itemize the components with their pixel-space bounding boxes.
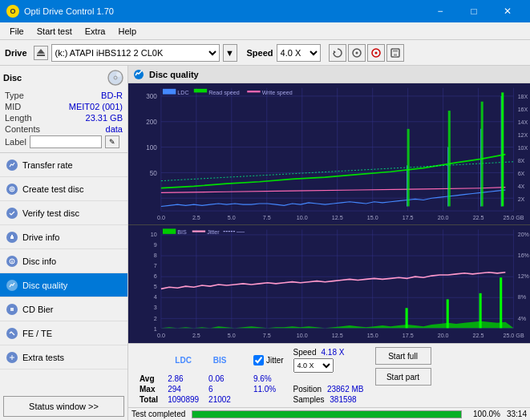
- svg-text:0.0: 0.0: [157, 332, 165, 339]
- drive-icon-save[interactable]: [386, 44, 404, 62]
- svg-text:10X: 10X: [518, 144, 528, 151]
- disc-type-value: BD-R: [101, 91, 123, 100]
- nav-item-transfer-rate[interactable]: Transfer rate: [0, 153, 127, 177]
- samples-label: Samples: [293, 395, 325, 404]
- svg-rect-77: [163, 89, 176, 95]
- svg-text:15.0: 15.0: [367, 332, 378, 339]
- avg-ldc: 2.86: [163, 374, 204, 384]
- title-bar: O Opti Drive Control 1.70 − □ ✕: [0, 0, 530, 22]
- svg-text:4X: 4X: [518, 182, 525, 189]
- svg-rect-130: [447, 300, 449, 329]
- svg-text:22.5: 22.5: [473, 332, 484, 339]
- menu-file[interactable]: File: [3, 25, 30, 38]
- svg-rect-129: [406, 309, 408, 329]
- svg-rect-74: [448, 111, 451, 206]
- nav-label-transfer-rate: Transfer rate: [22, 160, 73, 170]
- nav-item-create-test-disc[interactable]: Create test disc: [0, 177, 127, 201]
- svg-text:3: 3: [154, 304, 157, 311]
- close-button[interactable]: ✕: [492, 0, 524, 22]
- drive-eject-icon[interactable]: [34, 46, 48, 60]
- quality-title: Disc quality: [149, 70, 199, 79]
- svg-text:17.5: 17.5: [403, 214, 414, 221]
- nav-icon-cd-bier: [6, 304, 18, 315]
- stats-table: LDC BIS Jitter Speed 4.18 X: [135, 347, 369, 405]
- svg-text:4%: 4%: [518, 315, 527, 322]
- chart2-container: 10 9 8 7 6 5 4 3 2 1 20% 16% 12% 8% 4%: [128, 225, 530, 343]
- main-layout: Disc Type BD-R MID MEIT02 (001) Length 2…: [0, 66, 530, 420]
- svg-text:16%: 16%: [518, 252, 530, 259]
- start-part-button[interactable]: Start part: [375, 368, 431, 386]
- nav-item-cd-bier[interactable]: CD Bier: [0, 297, 127, 321]
- disc-length-value: 23.31 GB: [86, 113, 123, 123]
- svg-rect-132: [500, 277, 502, 328]
- quality-header: Disc quality: [128, 66, 530, 83]
- nav-item-disc-quality[interactable]: Disc quality: [0, 273, 127, 297]
- svg-text:8%: 8%: [518, 293, 527, 301]
- svg-rect-26: [128, 83, 530, 224]
- disc-mid-label: MID: [5, 102, 21, 111]
- svg-text:300: 300: [146, 92, 157, 101]
- svg-rect-17: [10, 236, 14, 239]
- disc-panel: Disc Type BD-R MID MEIT02 (001) Length 2…: [0, 66, 127, 153]
- nav-item-extra-tests[interactable]: Extra tests: [0, 345, 127, 370]
- svg-point-21: [12, 259, 13, 260]
- drive-icon-disc[interactable]: [348, 44, 366, 62]
- status-window-button[interactable]: Status window >>: [3, 396, 124, 417]
- nav-item-disc-info[interactable]: Disc info: [0, 249, 127, 273]
- speed-select[interactable]: 4.0 X: [277, 44, 321, 62]
- position-value: 23862 MB: [327, 385, 364, 394]
- nav-icon-transfer-rate: [6, 160, 18, 171]
- minimize-button[interactable]: −: [424, 0, 456, 22]
- jitter-checkbox[interactable]: [253, 355, 264, 365]
- svg-text:25.0 GB: 25.0 GB: [503, 214, 524, 221]
- drive-select[interactable]: (k:) ATAPI iHBS112 2 CL0K: [51, 44, 220, 62]
- progress-bar: [192, 410, 462, 418]
- nav-icon-disc-info: [6, 256, 18, 267]
- stats-speed-val: 4.18 X: [322, 348, 345, 357]
- drive-arrow-icon[interactable]: ▼: [223, 44, 237, 62]
- quality-header-icon: [133, 69, 144, 80]
- drive-icon-refresh[interactable]: [329, 44, 346, 62]
- drive-label: Drive: [5, 48, 27, 58]
- svg-text:10.0: 10.0: [297, 332, 308, 339]
- disc-label-input[interactable]: [30, 135, 102, 148]
- menu-start-test[interactable]: Start test: [30, 25, 79, 38]
- nav-item-verify-test-disc[interactable]: Verify test disc: [0, 201, 127, 225]
- nav-icon-extra-tests: [6, 352, 18, 363]
- svg-text:2.5: 2.5: [192, 214, 200, 221]
- nav-item-drive-info[interactable]: Drive info: [0, 225, 127, 249]
- menu-extra[interactable]: Extra: [79, 25, 112, 38]
- svg-text:100: 100: [146, 143, 157, 152]
- start-full-button[interactable]: Start full: [375, 347, 431, 365]
- nav-icon-fe-te: [6, 328, 18, 339]
- app-title: Opti Drive Control 1.70: [24, 6, 114, 16]
- svg-text:20.0: 20.0: [438, 332, 449, 339]
- status-text: Test completed: [131, 410, 185, 418]
- app-icon: O: [6, 5, 19, 18]
- svg-text:6X: 6X: [518, 169, 525, 176]
- svg-text:16X: 16X: [518, 106, 528, 113]
- svg-text:20.0: 20.0: [438, 214, 449, 221]
- svg-text:10: 10: [151, 231, 157, 238]
- avg-bis: 0.06: [204, 374, 236, 384]
- svg-rect-9: [394, 54, 397, 57]
- svg-text:22.5: 22.5: [473, 214, 484, 221]
- stats-speed-select[interactable]: 4.0 X: [293, 358, 334, 373]
- disc-contents-label: Contents: [5, 124, 40, 134]
- svg-text:──: ──: [236, 228, 245, 236]
- progress-bar-container: Test completed 100.0% 33:14: [128, 407, 530, 420]
- svg-text:12%: 12%: [518, 273, 530, 280]
- stats-speed-label: Speed: [293, 348, 317, 357]
- drive-icon-disc2[interactable]: [367, 44, 385, 62]
- disc-label-edit-button[interactable]: ✎: [105, 135, 119, 148]
- svg-text:Read speed: Read speed: [208, 88, 239, 95]
- svg-rect-133: [163, 229, 176, 235]
- menu-help[interactable]: Help: [111, 25, 143, 38]
- svg-text:4: 4: [154, 293, 157, 301]
- maximize-button[interactable]: □: [458, 0, 490, 22]
- samples-row: Samples 381598: [293, 395, 364, 404]
- nav-label-create-test-disc: Create test disc: [22, 184, 83, 194]
- svg-text:7.5: 7.5: [263, 332, 271, 339]
- stats-header-bis: BIS: [204, 347, 236, 374]
- nav-item-fe-te[interactable]: FE / TE: [0, 321, 127, 345]
